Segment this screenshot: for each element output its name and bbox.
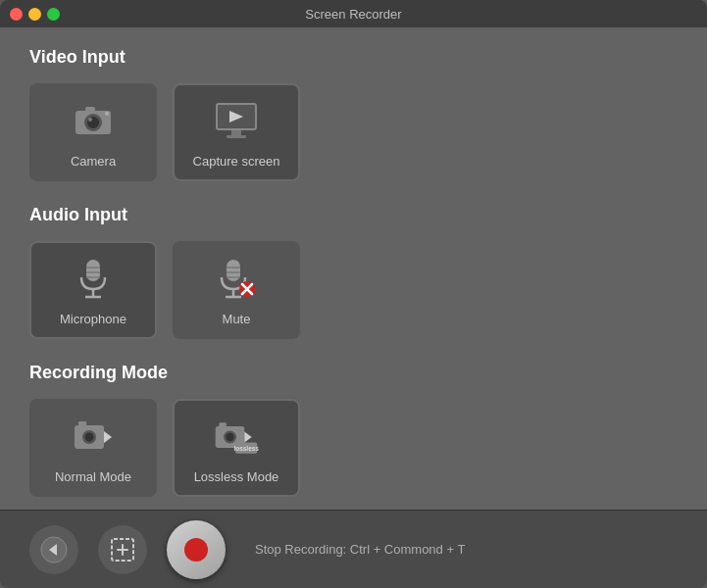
lossless-mode-icon: lossless <box>212 413 261 462</box>
stop-recording-text: Stop Recording: Ctrl + Commond + T <box>255 542 465 557</box>
svg-rect-9 <box>231 130 241 135</box>
normal-mode-icon <box>69 413 118 462</box>
camera-icon <box>69 97 118 146</box>
video-input-options: Camera <box>29 83 678 181</box>
capture-screen-label: Capture screen <box>193 154 280 169</box>
svg-marker-35 <box>244 431 251 442</box>
svg-rect-29 <box>78 421 86 426</box>
mute-label: Mute <box>223 312 251 326</box>
camera-option[interactable]: Camera <box>29 83 157 181</box>
normal-mode-label: Normal Mode <box>55 469 131 484</box>
capture-screen-option[interactable]: Capture screen <box>173 83 300 181</box>
svg-point-5 <box>105 112 109 116</box>
maximize-button[interactable] <box>47 8 60 21</box>
svg-point-3 <box>88 118 92 122</box>
recording-mode-options: Normal Mode <box>29 399 678 497</box>
close-button[interactable] <box>10 8 23 21</box>
video-input-section: Video Input <box>29 47 678 181</box>
minimize-button[interactable] <box>28 8 41 21</box>
window-title: Screen Recorder <box>305 7 401 22</box>
record-button[interactable] <box>167 520 226 579</box>
mute-option[interactable]: Mute <box>173 241 300 339</box>
recording-mode-label: Recording Mode <box>29 363 678 383</box>
app-window: Screen Recorder Video Input <box>0 0 707 588</box>
mute-icon <box>212 255 261 304</box>
window-controls <box>10 8 60 21</box>
audio-input-label: Audio Input <box>29 205 678 225</box>
titlebar: Screen Recorder <box>0 0 707 27</box>
svg-point-33 <box>226 432 233 440</box>
svg-point-28 <box>85 432 94 441</box>
audio-input-options: Microphone <box>29 241 678 339</box>
lossless-mode-option[interactable]: lossless Lossless Mode <box>173 399 300 497</box>
capture-area-button[interactable] <box>98 525 147 574</box>
microphone-label: Microphone <box>60 312 126 326</box>
toolbar: Stop Recording: Ctrl + Commond + T <box>0 510 707 588</box>
microphone-option[interactable]: Microphone <box>29 241 157 339</box>
audio-input-section: Audio Input <box>29 205 678 339</box>
back-button[interactable] <box>29 525 78 574</box>
lossless-mode-label: Lossless Mode <box>194 469 279 484</box>
svg-rect-34 <box>219 422 226 427</box>
record-dot <box>184 538 208 562</box>
main-content: Video Input <box>0 27 707 510</box>
svg-rect-10 <box>227 135 246 138</box>
capture-screen-icon <box>212 97 261 146</box>
svg-text:lossless: lossless <box>233 444 259 451</box>
camera-label: Camera <box>71 154 116 169</box>
recording-mode-section: Recording Mode <box>29 363 678 497</box>
svg-marker-30 <box>104 431 112 443</box>
normal-mode-option[interactable]: Normal Mode <box>29 399 157 497</box>
video-input-label: Video Input <box>29 47 678 68</box>
svg-rect-4 <box>85 107 95 112</box>
microphone-icon <box>69 255 118 304</box>
